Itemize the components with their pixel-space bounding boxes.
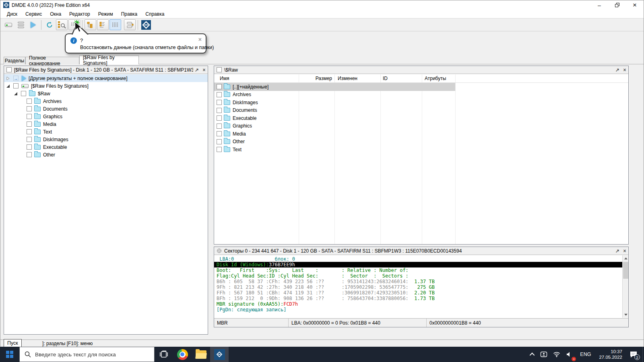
pane-close-icon[interactable]: × (621, 248, 628, 254)
file-row-text[interactable]: Text (214, 146, 628, 154)
file-row-other[interactable]: Other (214, 138, 628, 146)
tree-checkbox[interactable] (27, 137, 32, 142)
file-row-graphics[interactable]: Graphics (214, 122, 628, 130)
tab-raw-files[interactable]: [$Raw Files by Signatures] (79, 56, 139, 64)
wifi-button[interactable] (550, 347, 563, 362)
tab-full-scan[interactable]: Полное сканирование (25, 57, 79, 64)
tree-checkbox[interactable] (27, 106, 32, 111)
task-view-button[interactable] (155, 347, 173, 362)
menu-editor[interactable]: Редактор (65, 10, 94, 18)
select-disk-button[interactable] (2, 19, 14, 30)
list-view-button[interactable] (97, 19, 109, 30)
menu-disk[interactable]: Диск (3, 10, 21, 18)
row-checkbox[interactable] (217, 131, 222, 136)
hex-scrollbar[interactable] (622, 255, 628, 318)
tree-item-graphics[interactable]: Graphics (4, 113, 208, 120)
tree-item-diskimages[interactable]: DiskImages (4, 136, 208, 143)
tree-checkbox[interactable] (27, 121, 32, 127)
continue-button[interactable] (27, 19, 39, 30)
tree-checkbox[interactable] (27, 114, 32, 119)
menu-edit[interactable]: Правка (117, 10, 142, 18)
file-row-archives[interactable]: Archives (214, 91, 628, 99)
panel-checkbox[interactable] (217, 67, 222, 72)
expander-collapsed-icon[interactable] (6, 76, 10, 80)
tray-chevron-button[interactable] (528, 347, 537, 362)
tree-item-media[interactable]: Media (4, 120, 208, 128)
tree-item-executable[interactable]: Executable (4, 143, 208, 151)
menu-mode[interactable]: Режим (94, 10, 117, 18)
tree-item-documents[interactable]: Documents (4, 105, 208, 113)
close-button[interactable]: × (626, 0, 644, 10)
tree-checkbox[interactable] (13, 83, 19, 88)
dmde-taskbar-button[interactable] (210, 347, 229, 362)
row-checkbox[interactable] (217, 92, 222, 97)
start-button[interactable] (0, 347, 19, 362)
meet-now-button[interactable] (537, 347, 550, 362)
chrome-button[interactable] (173, 347, 192, 362)
tree-item-other[interactable]: Other (4, 151, 208, 158)
menu-help[interactable]: Справка (141, 10, 168, 18)
explorer-button[interactable] (192, 347, 210, 362)
row-checkbox[interactable] (217, 108, 222, 113)
column-size[interactable]: Размер (299, 76, 332, 81)
partitions-button[interactable] (15, 19, 27, 30)
menu-windows[interactable]: Окна (46, 10, 65, 18)
icons-view-button[interactable] (109, 19, 121, 30)
expander-expanded-icon[interactable] (14, 92, 18, 96)
show-desktop-button[interactable] (642, 347, 644, 362)
tree-item-other-results[interactable]: → [Другие результаты + полное сканирован… (4, 74, 208, 82)
clock-date: 27.05.2022 (599, 354, 622, 360)
language-indicator[interactable]: ENG (576, 347, 595, 362)
clock[interactable]: 10:37 27.05.2022 (595, 347, 626, 362)
tree-checkbox[interactable] (27, 129, 32, 134)
row-checkbox[interactable] (217, 100, 222, 105)
pane-close-icon[interactable]: × (200, 67, 208, 73)
row-checkbox[interactable] (217, 84, 222, 89)
file-row-up[interactable]: [..][+найденные] (214, 83, 628, 91)
tree-item-raw-root[interactable]: $Raw (4, 90, 208, 97)
row-checkbox[interactable] (217, 139, 222, 144)
row-checkbox[interactable] (217, 115, 222, 121)
dmde-home-button[interactable] (140, 19, 152, 30)
tree-item-raw-volume[interactable]: [$Raw Files by Signatures] (4, 82, 208, 90)
menu-service[interactable]: Сервис (21, 10, 46, 18)
expander-expanded-icon[interactable] (6, 84, 10, 88)
file-row-executable[interactable]: Executable (214, 114, 628, 122)
tree-checkbox[interactable] (27, 144, 32, 150)
tree-checkbox[interactable] (21, 91, 26, 96)
row-checkbox[interactable] (217, 123, 222, 129)
column-name[interactable]: Имя (220, 76, 229, 81)
column-attributes[interactable]: Атрибуты (425, 76, 446, 81)
taskbar-search[interactable] (19, 347, 155, 362)
file-row-diskimages[interactable]: DiskImages (214, 99, 628, 107)
tree-panel: [$Raw Files by Signatures] - Disk 1 - 12… (4, 66, 208, 335)
search-input[interactable] (35, 352, 154, 358)
tooltip-close-icon[interactable]: × (198, 36, 202, 43)
file-row-media[interactable]: Media (214, 130, 628, 138)
panel-checkbox[interactable] (6, 67, 12, 72)
action-center-button[interactable]: 2 (626, 347, 642, 362)
tree-item-text[interactable]: Text (4, 128, 208, 136)
column-id[interactable]: ID (383, 76, 388, 81)
scroll-up-icon[interactable] (623, 255, 629, 261)
restore-button[interactable] (608, 0, 626, 10)
refresh-button[interactable] (43, 19, 55, 30)
column-modified[interactable]: Изменен (338, 76, 357, 81)
file-row-documents[interactable]: Documents (214, 107, 628, 115)
tree-checkbox[interactable] (27, 99, 32, 104)
search-files-button[interactable] (56, 19, 68, 30)
tab-partitions[interactable]: Разделы (4, 57, 25, 64)
scroll-down-icon[interactable] (623, 312, 629, 318)
scroll-thumb[interactable] (623, 262, 628, 279)
pane-close-icon[interactable]: × (621, 67, 628, 73)
tree-item-archives[interactable]: Archives (4, 97, 208, 105)
pane-maximize-icon[interactable]: ↗ (193, 67, 200, 73)
row-checkbox[interactable] (217, 147, 222, 152)
pane-maximize-icon[interactable]: ↗ (614, 67, 621, 73)
panels-layout-button[interactable] (124, 19, 136, 30)
pane-maximize-icon[interactable]: ↗ (614, 248, 621, 254)
minimize-button[interactable]: – (590, 0, 608, 10)
hex-viewer[interactable]: LBA:0 блок: 0 Disk Id (Windows):376B7EE9… (214, 255, 622, 318)
tree-checkbox[interactable] (27, 152, 32, 157)
volume-button[interactable]: × (563, 347, 576, 362)
